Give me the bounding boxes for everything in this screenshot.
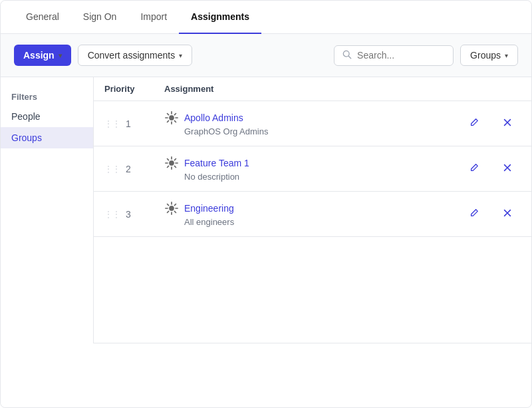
svg-line-10 [168, 120, 169, 122]
delete-button-2[interactable] [494, 163, 521, 174]
drag-handle-icon[interactable]: ⋮⋮ [104, 210, 120, 219]
svg-line-18 [168, 159, 169, 160]
assignments-table: Priority Assignment ⋮⋮ 1 [94, 77, 531, 343]
assign-chevron-icon: ▾ [59, 52, 62, 59]
priority-column-header: Priority [104, 84, 164, 94]
nav-tabs: General Sign On Import Assignments [1, 1, 531, 34]
groups-chevron-icon: ▾ [505, 52, 508, 59]
table-row: ⋮⋮ 2 [94, 146, 531, 192]
convert-chevron-icon: ▾ [179, 52, 182, 59]
assign-label: Assign [23, 50, 55, 61]
tab-general[interactable]: General [14, 1, 71, 34]
table-row: ⋮⋮ 1 [94, 101, 531, 146]
assignment-cell-2: Feature Team 1 No description [164, 156, 454, 182]
priority-number-3: 3 [126, 209, 131, 220]
edit-button-2[interactable] [454, 163, 494, 174]
groups-button[interactable]: Groups ▾ [460, 45, 518, 66]
svg-line-29 [168, 204, 169, 206]
main-container: General Sign On Import Assignments Assig… [0, 0, 532, 408]
svg-line-30 [174, 211, 176, 212]
edit-button-1[interactable] [454, 118, 494, 129]
groups-label: Groups [470, 50, 501, 61]
filters-label: Filters [1, 88, 93, 106]
table-row: ⋮⋮ 3 [94, 192, 531, 237]
svg-line-20 [174, 159, 176, 160]
svg-point-2 [169, 115, 174, 120]
edit-button-3[interactable] [454, 208, 494, 220]
assign-button[interactable]: Assign ▾ [14, 45, 71, 66]
feature-team-desc: No description [184, 172, 454, 182]
drag-handle-icon[interactable]: ⋮⋮ [104, 119, 120, 128]
apollo-admins-link[interactable]: Apollo Admins [184, 112, 243, 123]
tab-assignments[interactable]: Assignments [179, 1, 261, 34]
svg-line-8 [174, 120, 176, 122]
sidebar-item-people[interactable]: People [1, 106, 93, 127]
apollo-admins-desc: GraphOS Org Admins [184, 126, 454, 136]
delete-button-1[interactable] [494, 118, 521, 129]
feature-team-link[interactable]: Feature Team 1 [184, 158, 249, 168]
assignment-column-header: Assignment [164, 84, 454, 94]
drag-handle-icon[interactable]: ⋮⋮ [104, 164, 120, 174]
assignment-name-1: Apollo Admins [164, 110, 454, 125]
priority-number-2: 2 [126, 164, 131, 174]
engineering-desc: All engineers [184, 217, 454, 227]
priority-number-1: 1 [126, 118, 131, 129]
convert-label: Convert assignments [88, 50, 176, 61]
svg-line-32 [168, 211, 169, 212]
priority-cell-3: ⋮⋮ 3 [104, 209, 164, 220]
search-wrapper [334, 45, 454, 66]
feature-team-icon [164, 156, 179, 170]
table-header: Priority Assignment [94, 77, 531, 101]
svg-line-9 [174, 114, 176, 115]
svg-point-13 [169, 160, 174, 165]
svg-line-31 [174, 204, 176, 206]
svg-line-7 [168, 114, 169, 115]
svg-line-1 [348, 56, 351, 59]
priority-cell-2: ⋮⋮ 2 [104, 164, 164, 174]
search-input[interactable] [357, 50, 445, 61]
content-area: Filters People Groups Priority Assignmen… [1, 77, 531, 343]
apollo-admins-icon [164, 110, 179, 125]
assignment-cell-3: Engineering All engineers [164, 201, 454, 227]
sidebar-item-groups[interactable]: Groups [1, 127, 93, 148]
convert-assignments-button[interactable]: Convert assignments ▾ [78, 45, 193, 66]
assignment-name-2: Feature Team 1 [164, 156, 454, 170]
tab-sign-on[interactable]: Sign On [71, 1, 129, 34]
engineering-icon [164, 201, 179, 216]
sidebar: Filters People Groups [1, 77, 94, 343]
assignment-name-3: Engineering [164, 201, 454, 216]
search-icon [342, 50, 352, 61]
toolbar: Assign ▾ Convert assignments ▾ Groups ▾ [1, 34, 531, 77]
empty-area [94, 237, 531, 343]
svg-line-21 [168, 166, 169, 167]
priority-cell-1: ⋮⋮ 1 [104, 118, 164, 129]
svg-point-24 [169, 206, 174, 210]
svg-line-19 [174, 166, 176, 167]
assignment-cell-1: Apollo Admins GraphOS Org Admins [164, 110, 454, 136]
delete-button-3[interactable] [494, 208, 521, 220]
tab-import[interactable]: Import [128, 1, 179, 34]
engineering-link[interactable]: Engineering [184, 203, 234, 214]
